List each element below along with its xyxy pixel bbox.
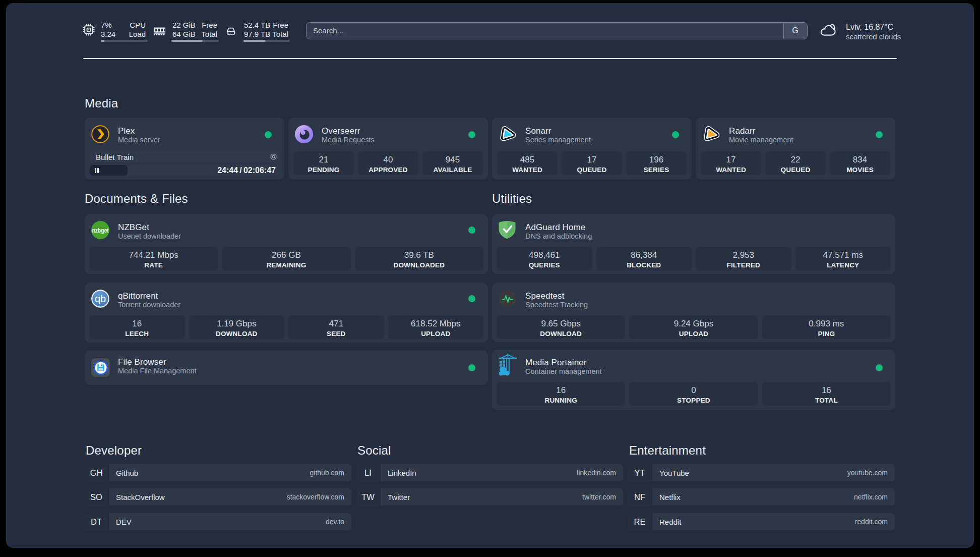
svg-text:nzbget: nzbget [92,227,108,234]
svg-text:qb: qb [95,293,106,304]
